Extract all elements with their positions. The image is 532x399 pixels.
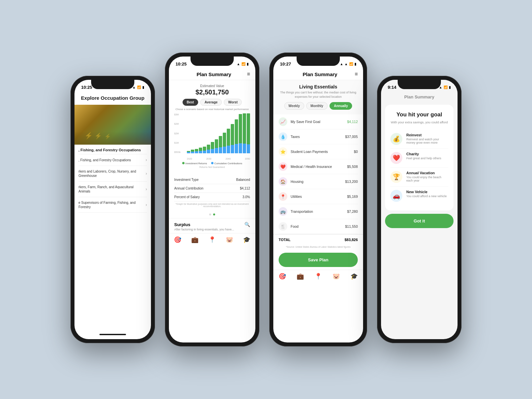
- scenario-worst[interactable]: Worst: [224, 99, 242, 106]
- goal-option-reinvest[interactable]: 💰 Reinvest Reinvest and watch your money…: [390, 130, 448, 149]
- nav-graduation-icon-3[interactable]: 🎓: [350, 273, 358, 280]
- list-item[interactable]: e Supervisors of Farming, Fishing, and F…: [78, 197, 147, 213]
- phone2-header: Plan Summary ≡: [169, 69, 255, 80]
- expense-value-health: $5,508: [347, 165, 358, 169]
- goal-subtitle: With your extra savings, you could affor…: [390, 120, 448, 124]
- expense-icon-taxes: 💧: [279, 132, 287, 141]
- list-item[interactable]: rkers, Farm, Ranch, and Aquacultural Ani…: [78, 182, 147, 197]
- chart-section: Estimated Value $2,501,750 Best Average …: [169, 80, 255, 172]
- expense-label: Medical / Health Insurance: [291, 165, 347, 169]
- scenario-average[interactable]: Average: [200, 99, 222, 106]
- phone2-scroll[interactable]: Plan Summary ≡ Estimated Value $2,501,75…: [169, 69, 255, 247]
- status-icons-1: ▲ 📶 ▮: [132, 85, 144, 89]
- battery-icon-3: ▮: [354, 62, 356, 66]
- vehicle-text: New Vehicle You could afford a new vehic…: [406, 190, 447, 198]
- bar-blue: [203, 151, 206, 153]
- list-item[interactable]: rkers and Laborers, Crop, Nursery, and G…: [78, 166, 147, 182]
- nav-pin-icon[interactable]: 📍: [208, 236, 216, 243]
- details-section: Investment Type Balanced Annual Contribu…: [169, 172, 255, 211]
- bar-group-2030: [207, 113, 210, 153]
- status-time-1: 10:25: [81, 85, 92, 90]
- expense-icon-utilities: 📍: [279, 192, 287, 201]
- toggle-weekly[interactable]: Weekly: [284, 102, 304, 110]
- bar-group: [223, 113, 226, 153]
- save-plan-button[interactable]: Save Plan: [279, 253, 358, 267]
- bar-group: [191, 113, 194, 153]
- goal-option-vehicle[interactable]: 🚗 New Vehicle You could afford a new veh…: [390, 187, 448, 205]
- chevron-right-icon: ›: [146, 202, 147, 207]
- reinvest-title: Reinvest: [406, 133, 448, 137]
- bar-green: [203, 147, 206, 151]
- expense-row-utilities: 📍 Utilities $5,169: [279, 189, 358, 204]
- toggle-monthly[interactable]: Monthly: [306, 102, 328, 110]
- menu-icon-2[interactable]: ≡: [247, 71, 250, 77]
- list-item-text: , Fishing, and Forestry Occupations: [78, 158, 146, 162]
- expense-value-transport: $7,280: [347, 209, 358, 213]
- windmill-icon-2: ⚡: [94, 132, 102, 140]
- expense-list: 📈 My Save First Goal $4,112 💧 Taxes $37,…: [273, 114, 363, 234]
- plan-summary-title-3: Plan Summary: [285, 71, 355, 77]
- nav-briefcase-icon[interactable]: 💼: [191, 236, 199, 243]
- nav-graduation-icon[interactable]: 🎓: [243, 236, 250, 243]
- wifi-icon-2: 📶: [241, 62, 245, 66]
- phone3-header: Plan Summary ≡: [273, 69, 363, 80]
- got-it-button[interactable]: Got it: [385, 214, 454, 228]
- phone-explore-occupation: 10:25 ▲ 📶 ▮ Explore Occupation Group ⚡ ⚡…: [70, 76, 155, 343]
- bar-group: [199, 113, 202, 153]
- battery-icon-1: ▮: [142, 85, 144, 89]
- goal-option-vacation[interactable]: 🏆 Annual Vacation You could enjoy the be…: [390, 168, 448, 187]
- plan-summary-title-4: Plan Summary: [393, 94, 446, 99]
- bar-blue: [207, 150, 210, 153]
- bar-green: [239, 114, 242, 143]
- status-icons-2: ▲ 📶 ▮: [237, 62, 249, 66]
- bar-blue: [219, 147, 222, 153]
- bar-green: [247, 113, 250, 144]
- charity-text: Charity Feel great and help others: [406, 152, 441, 160]
- nav-target-icon-3[interactable]: 🎯: [279, 273, 286, 280]
- expense-row-food: 🍴 Food $11,550: [279, 219, 358, 234]
- bar-group-2050: [247, 113, 250, 153]
- toggle-annually[interactable]: Annually: [330, 102, 352, 110]
- status-time-3: 10:27: [280, 62, 291, 66]
- expense-label: Food: [291, 224, 345, 228]
- bar-green: [219, 136, 222, 147]
- scenario-best[interactable]: Best: [183, 99, 199, 106]
- nav-pin-icon-3[interactable]: 📍: [315, 273, 322, 280]
- nav-pig-icon-3[interactable]: 🐷: [332, 273, 340, 280]
- estimated-value: $2,501,750: [174, 88, 250, 96]
- search-icon-surplus[interactable]: 🔍: [244, 222, 250, 227]
- phone3-scroll[interactable]: Plan Summary ≡ Living Essentials The thi…: [273, 69, 363, 284]
- phone1-header: Explore Occupation Group: [74, 92, 151, 105]
- goal-option-charity[interactable]: ❤️ Charity Feel great and help others: [390, 149, 448, 168]
- expense-row-student-loan: ⭐ Student Loan Payments $0: [279, 144, 358, 159]
- status-icons-4: ▲ 📶 ▮: [439, 85, 451, 89]
- bar-group-2040: [227, 113, 230, 153]
- chart-y-labels: $3M $2M $2M $1M $500k: [174, 113, 186, 153]
- surplus-header: Surplus 🔍: [174, 222, 250, 227]
- nav-target-icon[interactable]: 🎯: [174, 236, 181, 243]
- expense-value-save: $4,112: [347, 120, 358, 124]
- bar-group: [195, 113, 198, 153]
- plan-summary-title-2: Plan Summary: [181, 71, 247, 77]
- estimated-label: Estimated Value: [174, 84, 250, 88]
- status-icons-3: ▲ ▲ 📶 ▮: [340, 62, 356, 66]
- wifi-icon-3: 📶: [349, 62, 353, 66]
- phone1-list: , Fishing, and Forestry Occupations , Fi…: [74, 145, 151, 213]
- charity-icon: ❤️: [390, 152, 402, 164]
- menu-icon-3[interactable]: ≡: [355, 71, 358, 77]
- chart-bars: [187, 113, 250, 153]
- y-label: $1M: [174, 142, 186, 144]
- phone-notch-3: [297, 57, 340, 66]
- nav-briefcase-icon-3[interactable]: 💼: [297, 273, 304, 280]
- expense-icon-food: 🍴: [279, 222, 287, 231]
- legend-dot-blue: [211, 162, 213, 164]
- bar-green: [227, 129, 230, 146]
- total-row: TOTAL $83,826: [273, 234, 363, 245]
- bar-group: [243, 113, 246, 153]
- detail-row-percent-salary: Percent of Salary 3.0%: [174, 193, 250, 201]
- nav-pig-icon[interactable]: 🐷: [226, 236, 233, 243]
- bar-blue: [235, 144, 238, 153]
- graph-disclaimer: *Graph for illustrative purposes only an…: [174, 203, 250, 207]
- expense-row-housing: 🏠 Housing $13,200: [279, 174, 358, 189]
- list-item[interactable]: , Fishing, and Forestry Occupations ›: [78, 154, 147, 166]
